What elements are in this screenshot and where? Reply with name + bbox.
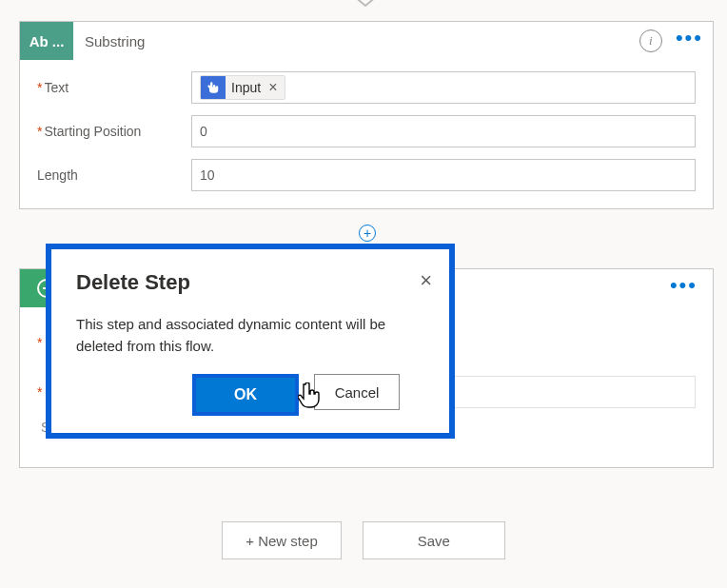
close-icon[interactable]: × xyxy=(420,268,432,293)
label-starting-position: Starting Position xyxy=(37,124,191,139)
dialog-title: Delete Step xyxy=(76,270,424,295)
token-label: Input xyxy=(226,80,266,95)
add-step-button[interactable]: + xyxy=(359,225,376,242)
save-button[interactable]: Save xyxy=(363,521,505,559)
bottom-actions: + New step Save xyxy=(0,521,727,559)
ok-button[interactable]: OK xyxy=(196,378,295,412)
dialog-message: This step and associated dynamic content… xyxy=(76,314,400,357)
info-icon[interactable]: i xyxy=(639,29,662,52)
action-badge: Ab ... xyxy=(20,22,73,60)
card-title[interactable]: Substring xyxy=(73,33,639,49)
input-length[interactable]: 10 xyxy=(191,159,696,191)
input-text[interactable]: Input × xyxy=(191,71,696,104)
delete-step-dialog: Delete Step × This step and associated d… xyxy=(46,244,455,439)
touch-icon xyxy=(201,75,226,100)
label-text: Text xyxy=(37,80,191,95)
token-remove-icon[interactable]: × xyxy=(266,79,285,96)
ok-button-highlight: OK xyxy=(192,374,299,416)
cancel-button[interactable]: Cancel xyxy=(314,374,400,410)
flow-chevron-top xyxy=(352,0,379,13)
more-menu-icon-second[interactable]: ••• xyxy=(670,273,713,304)
label-length: Length xyxy=(37,167,191,183)
dynamic-content-token[interactable]: Input × xyxy=(200,75,285,100)
action-card-substring: Ab ... Substring i ••• Text Input × Star… xyxy=(19,21,714,209)
card-header[interactable]: Ab ... Substring i ••• xyxy=(20,22,713,60)
more-menu-icon[interactable]: ••• xyxy=(676,26,713,56)
new-step-button[interactable]: + New step xyxy=(222,521,341,559)
input-starting-position[interactable]: 0 xyxy=(191,115,696,147)
